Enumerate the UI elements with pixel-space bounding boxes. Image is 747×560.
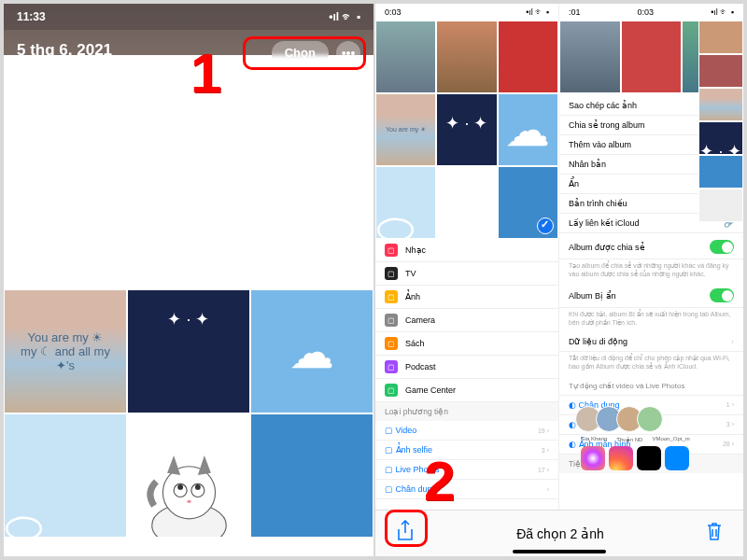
status-indicators: •ıl ᯤ ▪ [329, 10, 360, 23]
svg-point-7 [194, 484, 200, 490]
settings-item[interactable]: ▢TV [375, 262, 558, 286]
settings-item[interactable]: ▢Ảnh [375, 286, 558, 309]
toggle-switch[interactable] [710, 288, 734, 302]
annotation-box-1 [243, 36, 366, 70]
svg-point-8 [187, 500, 191, 503]
photo-thumb[interactable] [698, 155, 743, 189]
album-date: 5 thg 6, 2021 [17, 41, 112, 60]
settings-list[interactable]: ▢Nhạc▢TV▢Ảnh▢Camera▢Sách▢Podcast▢Game Ce… [375, 239, 558, 402]
checkmark-icon [537, 217, 554, 234]
photo-thumb[interactable] [250, 289, 374, 413]
status-time: 11:33 [17, 10, 46, 23]
settings-item[interactable]: ▢Podcast [375, 356, 558, 379]
app-icon: ▢ [385, 290, 398, 303]
toggle-row-hidden-album[interactable]: Album Bị ẩn [559, 284, 743, 308]
settings-item[interactable]: ▢Camera [375, 309, 558, 332]
photo-thumb[interactable] [4, 413, 127, 538]
chevron-right-icon: › [731, 337, 734, 346]
photo-thumb[interactable] [127, 413, 250, 538]
svg-point-6 [177, 484, 183, 490]
app-icon-zalo[interactable] [665, 446, 689, 470]
svg-point-1 [162, 467, 215, 519]
row-mobile-data[interactable]: Dữ liệu di động› [559, 332, 743, 352]
photo-thumb[interactable] [698, 121, 743, 155]
photo-thumb[interactable] [698, 189, 743, 222]
home-indicator [513, 550, 606, 553]
app-icon: ▢ [385, 314, 398, 327]
photo-thumb[interactable] [436, 166, 497, 239]
media-type-item[interactable]: ▢ Chân dung › [375, 480, 558, 499]
section-header: Loại phương tiện [375, 402, 558, 421]
app-icon: ▢ [385, 267, 398, 280]
photo-thumb[interactable] [498, 166, 558, 239]
row-transfer: Tự động chất video và Live Photos [559, 377, 743, 396]
helper-text: Khi được bật, album Bị ẩn sẽ xuất hiện t… [559, 308, 743, 332]
annotation-number-1: 1 [190, 41, 221, 105]
annotation-box-2 [385, 510, 428, 547]
photo-thumb[interactable] [127, 289, 250, 413]
contact-avatar[interactable] [637, 406, 663, 432]
settings-item[interactable]: ▢Sách [375, 332, 558, 356]
share-contacts-row[interactable] [573, 402, 741, 436]
photo-thumb[interactable] [375, 166, 436, 239]
photo-thumb[interactable] [698, 21, 743, 54]
media-type-item[interactable]: ▢ Live Photos17 › [375, 460, 558, 480]
photo-thumb[interactable] [698, 54, 743, 88]
photo-thumb[interactable] [375, 21, 436, 93]
photo-thumb[interactable] [250, 413, 374, 538]
settings-item[interactable]: ▢Game Center [375, 379, 558, 402]
app-icon-messenger[interactable] [581, 446, 605, 470]
status-bar: :010:03•ıl ᯤ ▪ [559, 4, 743, 21]
helper-text: Tạo album để chia sẻ với những người khá… [559, 259, 743, 284]
photo-thumb[interactable] [698, 88, 743, 121]
svg-marker-2 [167, 455, 180, 475]
app-icon: ▢ [385, 360, 398, 373]
selection-count: Đã chọn 2 ảnh [516, 526, 604, 541]
app-icon: ▢ [385, 384, 398, 397]
photo-thumb[interactable]: You are my ☀ [375, 93, 436, 166]
media-types-list[interactable]: ▢ Video19 ›▢ Ảnh selfie3 ›▢ Live Photos1… [375, 421, 558, 499]
helper-text: Tắt dữ liệu di động để chỉ cho phép cập … [559, 352, 743, 376]
photo-thumb[interactable] [498, 21, 558, 93]
share-apps-row[interactable] [573, 442, 741, 474]
app-icon-instagram[interactable] [609, 446, 633, 470]
status-bar: 11:33 •ıl ᯤ ▪ [4, 4, 374, 30]
app-icon: ▢ [385, 337, 398, 350]
photo-thumb[interactable] [621, 21, 683, 93]
svg-marker-3 [197, 455, 210, 475]
photo-grid[interactable]: You are my ☀ my ☾ and all my ✦'s [4, 97, 374, 556]
app-icon-tiktok[interactable] [637, 446, 661, 470]
photo-thumb[interactable]: You are my ☀ my ☾ and all my ✦'s [4, 289, 127, 413]
photo-thumb[interactable] [436, 93, 497, 166]
photo-thumb[interactable] [559, 21, 621, 93]
annotation-number-2: 2 [424, 449, 455, 513]
contact-names: Gia KhangThuận NDVMoon_Opt_m [573, 436, 741, 442]
media-type-item[interactable]: ▢ Video19 › [375, 421, 558, 441]
status-bar: 0:03•ıl ᯤ ▪ [375, 4, 558, 21]
toggle-row-shared-album[interactable]: Album được chia sẻ [559, 235, 743, 259]
toggle-switch[interactable] [710, 240, 734, 254]
photo-thumb[interactable] [436, 21, 497, 93]
photo-thumb[interactable] [498, 93, 558, 166]
media-type-item[interactable]: ▢ Ảnh selfie3 › [375, 441, 558, 460]
delete-button[interactable] [706, 521, 723, 546]
